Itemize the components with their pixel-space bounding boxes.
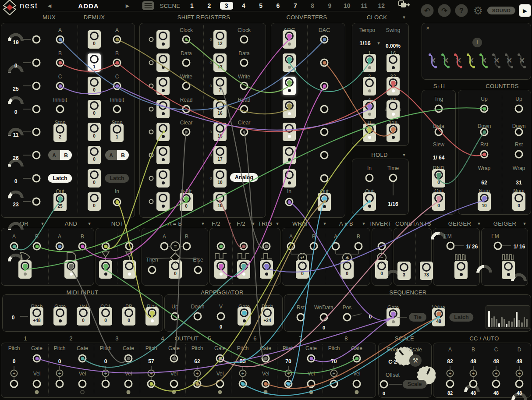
outputs-port[interactable] [170, 380, 178, 388]
help-icon[interactable]: ? [455, 4, 468, 17]
counters-port[interactable] [480, 128, 489, 136]
outputs-port[interactable] [353, 380, 361, 388]
outputs-port[interactable] [330, 380, 338, 388]
sh-port[interactable] [435, 128, 443, 136]
mux-port[interactable] [56, 59, 64, 67]
demux-box-port[interactable]: 0 [88, 146, 101, 164]
patch-list-icon[interactable] [142, 1, 154, 10]
demux-box-port[interactable]: 0 [88, 123, 101, 141]
sr2-port[interactable] [240, 105, 248, 113]
logic-port[interactable] [494, 242, 502, 250]
outputs-port[interactable] [170, 354, 178, 363]
scene-10-button[interactable]: 10 [340, 2, 354, 9]
section-dropdown-icon[interactable]: ▾ [362, 221, 365, 227]
scene-4-button[interactable]: 4 [237, 2, 250, 9]
cc-port[interactable] [492, 380, 500, 388]
counters-port[interactable] [515, 150, 523, 159]
sr1-port[interactable] [182, 59, 191, 67]
sr1-box-port[interactable]: 0 [180, 193, 193, 211]
demux-box-port[interactable]: 1 [88, 53, 101, 72]
sr1-mini-port[interactable] [149, 176, 154, 181]
seq-latch-button[interactable]: Latch [449, 313, 473, 322]
arp-box-port[interactable]: +24 [261, 307, 274, 326]
outputs-port[interactable] [33, 354, 41, 363]
demux-box-port[interactable]: 1 [110, 124, 124, 142]
converters-box-port[interactable] [283, 100, 296, 118]
scale-scale-button[interactable]: Scale [403, 380, 427, 389]
section-dropdown-icon[interactable]: ▾ [202, 221, 204, 227]
scene-11-button[interactable]: 11 [358, 2, 371, 9]
left_knobs-port[interactable] [32, 198, 41, 206]
scene-9-button[interactable]: 9 [323, 2, 336, 9]
outputs-port[interactable] [56, 380, 64, 388]
outputs-port[interactable] [78, 354, 87, 363]
sr2-box-port[interactable]: 10 [213, 192, 227, 211]
logic-port[interactable] [217, 242, 225, 251]
section-dropdown-icon[interactable]: ▾ [403, 14, 405, 20]
scene-6-button[interactable]: 6 [272, 2, 285, 9]
logic-box-port[interactable]: 0 [296, 260, 309, 279]
sh-box-port[interactable]: 0 [432, 192, 445, 211]
sr2-box-port[interactable]: 7 [213, 77, 227, 95]
outputs-port[interactable] [239, 380, 247, 388]
counters-box-port[interactable]: 0 [512, 192, 525, 211]
logic-port[interactable] [33, 242, 41, 251]
left_knobs-port[interactable] [32, 59, 41, 67]
demux-box-port[interactable]: 0 [88, 100, 101, 118]
outputs-port[interactable] [284, 380, 293, 388]
clock-value[interactable]: 1/16 [359, 40, 370, 46]
section-dropdown-icon[interactable]: ▾ [41, 221, 44, 227]
logic-box-port[interactable] [18, 260, 32, 279]
logic-box-port[interactable] [64, 260, 78, 279]
outputs-port[interactable] [147, 380, 156, 388]
demux-box-port[interactable]: 0 [88, 30, 101, 49]
arp-port[interactable] [171, 312, 179, 321]
logic-box-port[interactable]: 0 [340, 260, 354, 279]
logic-box-port[interactable] [260, 260, 273, 279]
left_knobs-knob[interactable] [8, 96, 24, 104]
sr1-mini-port[interactable] [149, 199, 154, 204]
sr1-port[interactable] [182, 82, 191, 90]
section-dropdown-icon[interactable]: ▾ [88, 221, 91, 227]
sr2-port[interactable] [240, 128, 248, 136]
cc-port[interactable] [469, 380, 478, 388]
sr1-mini-port[interactable] [149, 107, 154, 112]
sr2-box-port[interactable]: 10 [213, 169, 227, 188]
wire-slot[interactable]: ✕ [465, 53, 477, 71]
redo-icon[interactable]: ↷ [438, 4, 451, 17]
seq-box-port[interactable]: 48 [432, 308, 445, 326]
demux-latch-button[interactable]: Latch [105, 174, 129, 183]
sr1-mini-port[interactable] [149, 84, 154, 88]
scene-12-button[interactable]: 12 [375, 2, 388, 9]
logic-box-port[interactable] [123, 260, 136, 279]
settings-gear-icon[interactable]: ⚙ [473, 4, 483, 17]
sr1-box-port[interactable] [156, 77, 170, 95]
sr1-box-port[interactable] [156, 192, 170, 211]
logic-box-port[interactable] [502, 261, 515, 279]
converters-port[interactable] [320, 128, 329, 136]
logic-box-port[interactable] [237, 260, 250, 279]
logic-port[interactable] [310, 242, 318, 251]
logic-port[interactable] [148, 266, 156, 274]
outputs-port[interactable] [102, 380, 110, 388]
sr1-port[interactable] [182, 35, 191, 44]
arp-port[interactable] [217, 312, 225, 321]
seq-port[interactable] [320, 313, 328, 322]
clock-box-port[interactable] [363, 54, 376, 72]
sequencer-step-display[interactable] [486, 305, 530, 329]
outputs-port[interactable] [216, 380, 224, 388]
left_knobs-knob[interactable] [8, 190, 24, 198]
outputs-port[interactable] [262, 354, 270, 363]
midi-box-port[interactable] [53, 307, 67, 326]
logic-port[interactable] [332, 242, 340, 251]
clock-box-port[interactable] [387, 54, 400, 72]
sr2-analog-button[interactable]: Analog [230, 173, 258, 182]
logic-port[interactable] [262, 242, 271, 251]
wire-slot[interactable]: ✕ [440, 53, 451, 71]
seq-tie-button[interactable]: Tie [409, 313, 426, 322]
sr1-port[interactable] [182, 128, 191, 136]
logic-port[interactable] [56, 242, 64, 251]
clock-icon[interactable]: ▾ [377, 40, 380, 46]
outputs-port[interactable] [216, 354, 224, 363]
mux-box-port[interactable]: 2 [53, 124, 67, 142]
